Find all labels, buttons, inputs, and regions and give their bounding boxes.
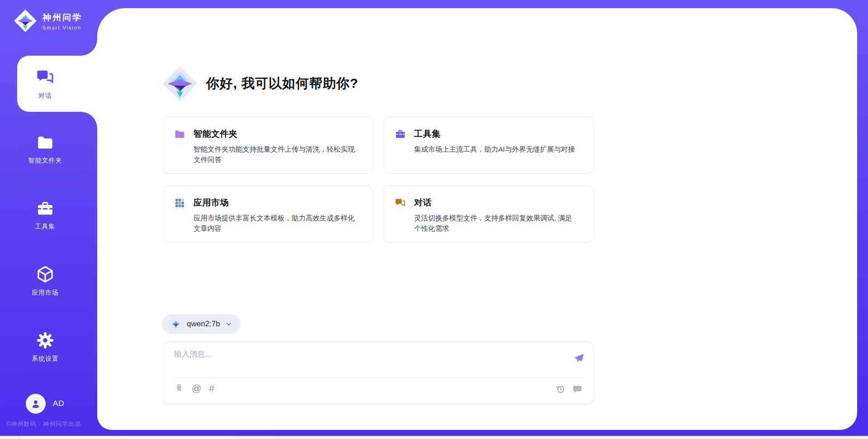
- sidebar: 神州问学 Smart Vision 对话 智能文件夹 工具集 应用市场 系统设置: [0, 0, 97, 439]
- horizontal-scrollbar[interactable]: [0, 436, 868, 439]
- send-icon: [572, 352, 585, 364]
- send-button[interactable]: [572, 352, 585, 364]
- brand-diamond-icon: [14, 9, 37, 33]
- model-name: qwen2:7b: [187, 320, 220, 329]
- chat-icon: [395, 197, 406, 209]
- card-header: 对话: [395, 197, 582, 209]
- card-description: 智能文件夹功能支持批量文件上传与清洗，轻松实现文件问答: [193, 144, 356, 165]
- sidebar-item-settings[interactable]: 系统设置: [0, 331, 90, 363]
- card-smart-folder[interactable]: 智能文件夹 智能文件夹功能支持批量文件上传与清洗，轻松实现文件问答: [163, 117, 373, 174]
- card-title: 应用市场: [193, 197, 229, 209]
- sidebar-item-label: 智能文件夹: [0, 157, 90, 165]
- avatar: [26, 394, 46, 414]
- message-input[interactable]: [174, 349, 563, 373]
- card-toolset[interactable]: 工具集 集成市场上主流工具，助力AI与外界无缝扩展与对接: [383, 117, 594, 174]
- toolbox-icon: [395, 129, 406, 140]
- chat-icon: [36, 68, 55, 87]
- diamond-logo-icon: [170, 318, 182, 330]
- history-icon: [556, 384, 566, 394]
- brand-subtitle: Smart Vision: [42, 25, 82, 30]
- cube-icon: [36, 265, 55, 284]
- folder-icon: [36, 134, 54, 152]
- composer-tools-right: [556, 384, 582, 394]
- card-header: 智能文件夹: [174, 128, 362, 140]
- user-chip[interactable]: AD: [26, 394, 65, 414]
- person-icon: [30, 398, 42, 410]
- brand-text: 神州问学 Smart Vision: [42, 12, 82, 30]
- message-composer: @ #: [163, 341, 594, 405]
- sidebar-item-label: 对话: [0, 92, 90, 100]
- sidebar-item-smart-folder[interactable]: 智能文件夹: [0, 134, 90, 165]
- greeting-block: 你好, 我可以如何帮助你?: [162, 66, 359, 102]
- sidebar-item-label: 系统设置: [0, 355, 90, 363]
- at-icon: @: [192, 383, 201, 393]
- card-header: 应用市场: [174, 197, 362, 209]
- sidebar-item-label: 应用市场: [0, 289, 90, 297]
- card-description: 集成市场上主流工具，助力AI与外界无缝扩展与对接: [414, 144, 577, 154]
- hash-icon: #: [209, 383, 214, 393]
- sidebar-item-chat[interactable]: 对话: [0, 68, 90, 100]
- folder-icon: [174, 129, 185, 140]
- sidebar-item-toolset[interactable]: 工具集: [0, 200, 90, 231]
- history-button[interactable]: [556, 384, 566, 394]
- paperclip-icon: [174, 383, 184, 393]
- scrollbar-thumb[interactable]: [20, 436, 237, 439]
- new-chat-button[interactable]: [572, 384, 582, 394]
- composer-divider: [172, 377, 584, 378]
- greeting-title: 你好, 我可以如何帮助你?: [206, 75, 359, 93]
- card-description: 灵活切换多模型文件，支持多样回复效果调试, 满足个性化需求: [414, 213, 577, 234]
- card-app-market[interactable]: 应用市场 应用市场提供丰富长文本模板，助力高效生成多样化文章内容: [163, 186, 373, 243]
- attach-file-button[interactable]: [174, 383, 184, 393]
- gear-icon: [36, 331, 55, 350]
- diamond-logo-icon: [162, 66, 198, 102]
- sidebar-item-label: 工具集: [0, 223, 90, 231]
- mention-button[interactable]: @: [192, 383, 201, 393]
- card-header: 工具集: [395, 128, 582, 140]
- card-title: 智能文件夹: [193, 128, 238, 140]
- grid-icon: [174, 197, 185, 209]
- card-title: 对话: [414, 197, 432, 209]
- model-selector[interactable]: qwen2:7b: [162, 314, 241, 334]
- feature-cards-grid: 智能文件夹 智能文件夹功能支持批量文件上传与清洗，轻松实现文件问答 工具集 集成…: [163, 117, 594, 243]
- sidebar-item-app-market[interactable]: 应用市场: [0, 265, 90, 297]
- brand: 神州问学 Smart Vision: [14, 9, 82, 33]
- copyright-text: ©神州数码 · 神州问学出品: [6, 420, 81, 428]
- chat-bubble-icon: [572, 384, 582, 394]
- card-title: 工具集: [414, 128, 441, 140]
- brand-name: 神州问学: [42, 12, 82, 24]
- composer-tools-left: @ #: [174, 383, 214, 393]
- card-description: 应用市场提供丰富长文本模板，助力高效生成多样化文章内容: [193, 213, 356, 234]
- user-initials: AD: [53, 399, 65, 408]
- card-chat[interactable]: 对话 灵活切换多模型文件，支持多样回复效果调试, 满足个性化需求: [383, 186, 594, 243]
- toolbox-icon: [36, 200, 54, 218]
- topic-button[interactable]: #: [209, 383, 214, 393]
- chevron-down-icon: [225, 320, 232, 328]
